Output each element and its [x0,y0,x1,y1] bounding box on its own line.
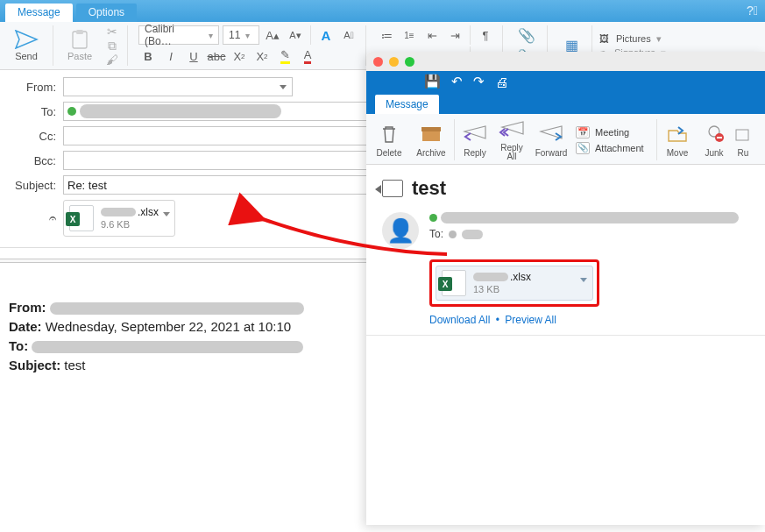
reader-subject: test [412,177,446,200]
attachment-filename: .xlsx [101,206,159,218]
highlight-button[interactable]: ✎ [275,46,294,66]
reader-to-label: To: [429,228,443,240]
subject-value: Re: test [67,179,107,192]
subscript-button[interactable]: X2 [230,46,249,66]
excel-icon [69,205,94,231]
clipboard-icon [67,30,92,49]
cut-icon[interactable]: ✂ [104,25,120,38]
pictures-button[interactable]: 🖼Pictures ▾ [599,33,666,45]
reader-attachment-size: 13 KB [473,283,531,295]
paragraph-icon[interactable]: ¶ [476,25,495,45]
paste-button[interactable]: Paste [60,24,99,67]
reader-tabbar: Message [366,92,765,114]
indent-icon[interactable]: ⇥ [445,25,464,45]
compose-titlebar: Message Options ?⃝ [0,0,765,22]
bold-button[interactable]: B [138,46,158,66]
picture-icon: 🖼 [599,33,609,44]
format-painter-icon[interactable]: 🖌 [104,53,120,66]
title-tab-message[interactable]: Message [5,4,73,22]
send-button[interactable]: Send [7,24,46,67]
calendar-icon: 📅 [576,126,590,138]
archive-button[interactable]: Archive [410,116,452,164]
download-all-link[interactable]: Download All [429,314,490,326]
strike-button[interactable]: abc [207,46,226,66]
clear-format-icon[interactable]: A⃠ [339,25,358,45]
reader-titlebar[interactable] [366,52,765,71]
to-label: To: [9,105,56,118]
svg-rect-6 [736,130,748,140]
meeting-button[interactable]: 📅Meeting [576,126,655,138]
quoted-from-label: From: [9,300,46,315]
chevron-down-icon[interactable] [580,278,587,282]
quoted-date-label: Date: [9,319,42,334]
attachment-links: Download All • Preview All [429,314,749,326]
avatar: 👤 [382,212,419,249]
redo-icon[interactable]: ↷ [473,74,485,89]
reply-all-icon [499,118,525,141]
font-size-combo[interactable]: 11▾ [223,25,259,45]
from-input[interactable] [63,77,293,96]
attachment-size: 9.6 KB [101,218,159,231]
reply-button[interactable]: Reply [457,116,493,164]
move-icon [664,123,691,145]
close-traffic-light[interactable] [373,57,383,67]
preview-all-link[interactable]: Preview All [505,314,556,326]
attachment-button[interactable]: 📎Attachment [576,142,655,154]
font-color-button[interactable]: A [298,46,317,66]
attach-file-icon[interactable]: 📎 [514,25,540,45]
print-icon[interactable]: 🖨 [495,74,508,89]
paste-label: Paste [67,51,92,61]
subject-label: Subject: [9,179,56,192]
bcc-label: Bcc: [9,154,56,167]
reader-header: test 👤 To: [366,165,765,336]
presence-icon [429,214,437,222]
back-icon[interactable] [382,180,403,197]
shrink-font-icon[interactable]: A▾ [286,25,305,45]
help-icon[interactable]: ?⃝ [747,4,758,18]
reply-all-button[interactable]: Reply All [493,116,530,164]
forward-icon [538,123,564,145]
styles-icon[interactable]: A [316,25,336,45]
outdent-icon[interactable]: ⇤ [422,25,442,45]
minimize-traffic-light[interactable] [389,57,399,67]
copy-icon[interactable]: ⧉ [104,39,120,52]
underline-button[interactable]: U [184,46,203,66]
zoom-traffic-light[interactable] [405,57,414,67]
chevron-down-icon[interactable] [163,212,170,216]
font-name-combo[interactable]: Calibri (Bo…▾ [138,25,219,45]
junk-icon [701,123,727,145]
superscript-button[interactable]: X2 [252,46,272,66]
font-name-value: Calibri (Bo… [145,23,203,47]
rules-icon [730,123,756,145]
reader-quickbar: 💾 ↶ ↷ 🖨 [366,71,765,92]
reader-window: 💾 ↶ ↷ 🖨 Message Delete Archive Reply [366,52,765,525]
italic-button[interactable]: I [161,46,181,66]
forward-button[interactable]: Forward [530,116,572,164]
delete-button[interactable]: Delete [368,116,410,164]
reader-ribbon: Delete Archive Reply Reply All Forward 📅… [366,114,765,165]
excel-icon [442,270,466,296]
reader-tab-message[interactable]: Message [375,95,439,114]
from-label: From: [9,81,56,94]
move-button[interactable]: Move [659,116,696,164]
attachments-icon: 𝄐 [9,210,56,226]
attachment-icon: 📎 [576,142,590,154]
presence-icon [67,107,76,116]
reader-attachment-filename: .xlsx [473,271,531,283]
quoted-date-value: Wednesday, September 22, 2021 at 10:10 [46,319,291,334]
rules-button[interactable]: Ru [733,116,754,164]
attachment-card[interactable]: .xlsx 9.6 KB [63,200,175,237]
cc-label: Cc: [9,130,56,143]
reader-attachment-card[interactable]: .xlsx 13 KB [436,266,593,301]
quoted-to-label: To: [9,338,28,353]
junk-button[interactable]: Junk [696,116,733,164]
quoted-subject-label: Subject: [9,358,60,372]
font-size-value: 11 [229,29,240,41]
title-tab-options[interactable]: Options [76,4,137,22]
numbering-icon[interactable]: 1≡ [400,25,419,45]
undo-icon[interactable]: ↶ [451,74,463,89]
save-icon[interactable]: 💾 [424,74,441,89]
bullets-icon[interactable]: ≔ [377,25,396,45]
quoted-subject-value: test [64,358,85,372]
grow-font-icon[interactable]: A▴ [263,25,282,45]
